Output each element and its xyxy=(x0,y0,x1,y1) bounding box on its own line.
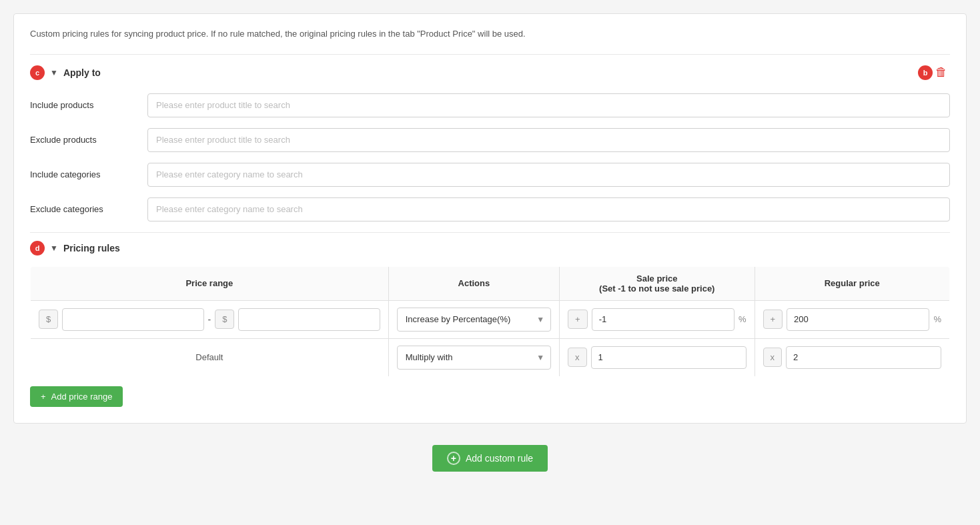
apply-to-label: Apply to xyxy=(63,67,101,78)
sale-suffix-1: % xyxy=(739,314,747,324)
regular-value-input-1[interactable] xyxy=(787,308,929,331)
table-row: Default Increase by Percentage(%) Decrea… xyxy=(31,338,950,376)
trash-icon: 🗑 xyxy=(935,65,947,79)
bottom-bar: + Add custom rule xyxy=(13,434,967,474)
regular-price-cell-1: + % xyxy=(755,300,950,338)
delete-rule-button[interactable]: b 🗑 xyxy=(915,63,950,83)
price-range-cell: $ - $ xyxy=(31,300,389,338)
col-price-range: Price range xyxy=(31,266,389,300)
add-price-range-button[interactable]: + Add price range xyxy=(30,386,123,407)
sale-prefix-1: + xyxy=(568,310,588,329)
include-categories-row: Include categories xyxy=(30,163,950,187)
action-cell-2: Increase by Percentage(%) Decrease by Pe… xyxy=(388,338,559,376)
apply-to-section: c ▼ Apply to b 🗑 Include products Exclud… xyxy=(30,54,950,221)
sale-price-cell-1: + % xyxy=(560,300,755,338)
regular-prefix-1: + xyxy=(763,310,783,329)
sale-price-cell-2: x xyxy=(560,338,755,376)
plus-circle-icon: + xyxy=(447,452,460,465)
table-row: $ - $ Increase by Percentage(%) xyxy=(31,300,950,338)
range-dash: - xyxy=(208,314,211,325)
badge-b: b xyxy=(918,65,933,80)
include-products-input[interactable] xyxy=(147,93,950,117)
regular-value-input-2[interactable] xyxy=(786,346,941,369)
sale-prefix-2: x xyxy=(568,348,587,367)
col-regular-price: Regular price xyxy=(755,266,950,300)
plus-icon: + xyxy=(41,392,46,402)
dollar-prefix-from: $ xyxy=(39,310,58,329)
action-select-2[interactable]: Increase by Percentage(%) Decrease by Pe… xyxy=(397,346,551,370)
default-label: Default xyxy=(39,352,380,362)
exclude-products-row: Exclude products xyxy=(30,128,950,152)
pricing-rules-section: d ▼ Pricing rules Price range Actions Sa… xyxy=(30,232,950,407)
chevron-down-icon: ▼ xyxy=(50,68,58,77)
badge-d: d xyxy=(30,241,45,255)
exclude-categories-row: Exclude categories xyxy=(30,197,950,221)
regular-price-cell-2: x xyxy=(755,338,950,376)
default-cell: Default xyxy=(31,338,389,376)
exclude-products-label: Exclude products xyxy=(30,135,137,145)
col-actions: Actions xyxy=(388,266,559,300)
action-select-1[interactable]: Increase by Percentage(%) Decrease by Pe… xyxy=(397,308,551,332)
regular-prefix-2: x xyxy=(763,348,783,367)
dollar-prefix-to: $ xyxy=(215,310,234,329)
sale-value-input-2[interactable] xyxy=(591,346,747,369)
page-wrapper: Custom pricing rules for syncing product… xyxy=(0,0,980,488)
exclude-categories-input[interactable] xyxy=(147,197,950,221)
exclude-products-input[interactable] xyxy=(147,128,950,152)
include-products-row: Include products xyxy=(30,93,950,117)
exclude-categories-label: Exclude categories xyxy=(30,204,137,214)
include-categories-input[interactable] xyxy=(147,163,950,187)
price-from-input[interactable] xyxy=(62,308,203,331)
pricing-chevron-down-icon: ▼ xyxy=(50,243,58,253)
pricing-rules-header: d ▼ Pricing rules xyxy=(30,241,950,255)
pricing-table: Price range Actions Sale price (Set -1 t… xyxy=(30,266,950,377)
price-to-input[interactable] xyxy=(238,308,380,331)
include-products-label: Include products xyxy=(30,100,137,110)
info-text: Custom pricing rules for syncing product… xyxy=(30,27,950,41)
include-categories-label: Include categories xyxy=(30,169,137,179)
regular-suffix-1: % xyxy=(933,314,941,324)
sale-value-input-1[interactable] xyxy=(592,308,734,331)
pricing-rules-label: Pricing rules xyxy=(63,243,120,253)
badge-c: c xyxy=(30,65,45,80)
add-custom-rule-button[interactable]: + Add custom rule xyxy=(432,445,548,472)
action-cell-1: Increase by Percentage(%) Decrease by Pe… xyxy=(388,300,559,338)
apply-to-header: c ▼ Apply to b 🗑 xyxy=(30,63,950,83)
col-sale-price: Sale price (Set -1 to not use sale price… xyxy=(560,266,755,300)
main-card: Custom pricing rules for syncing product… xyxy=(13,13,967,424)
apply-to-title-group: c ▼ Apply to xyxy=(30,65,101,80)
